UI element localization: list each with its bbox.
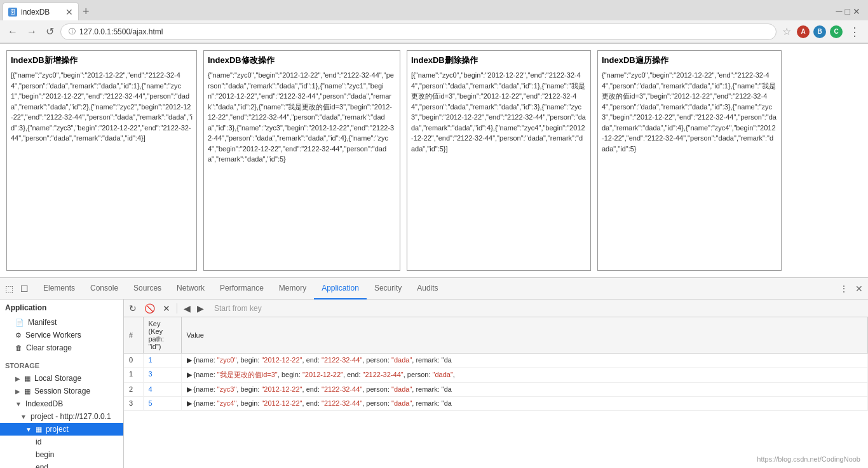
minimize-button[interactable]: ─ <box>836 6 843 17</box>
project-store-expand-icon: ▼ <box>25 426 32 433</box>
table-cell-key[interactable]: 3 <box>143 368 181 383</box>
maximize-button[interactable]: □ <box>845 6 850 17</box>
key-value: 4 <box>149 385 153 393</box>
address-bar[interactable]: ⓘ 127.0.0.1:5500/ajax.html <box>60 24 776 40</box>
tab-sources[interactable]: Sources <box>126 278 169 299</box>
sidebar-item-project-store[interactable]: ▼ ▦ project <box>0 423 123 436</box>
local-storage-expand-icon <box>15 375 20 382</box>
tab-close-button[interactable]: ✕ <box>65 8 73 17</box>
tab-application[interactable]: Application <box>314 278 367 299</box>
sidebar-item-clear-storage[interactable]: 🗑 Clear storage <box>0 341 123 354</box>
next-button[interactable]: ▶ <box>194 302 207 315</box>
prev-button[interactable]: ◀ <box>181 302 193 315</box>
clear-storage-icon: 🗑 <box>15 344 22 352</box>
address-text: 127.0.0.1:5500/ajax.html <box>79 27 768 36</box>
forward-button[interactable]: → <box>24 25 39 39</box>
sidebar-item-end[interactable]: end <box>0 461 123 468</box>
table-cell-key[interactable]: 5 <box>143 397 181 411</box>
tab-favicon: 🗄 <box>8 8 17 17</box>
tab-elements[interactable]: Elements <box>36 278 83 299</box>
table-cell-key[interactable]: 4 <box>143 383 181 397</box>
devtools-mobile-icon[interactable]: ☐ <box>18 282 31 295</box>
col-header-num: # <box>124 317 143 354</box>
indexdb-traverse-box: IndexDB遍历操作 {"name":"zyc0","begin":"2012… <box>597 50 782 271</box>
page-content: IndexDB新增操作 [{"name":"zyc0","begin":"201… <box>0 44 868 468</box>
col-header-key[interactable]: Key (Key path: "id") <box>143 317 181 354</box>
toolbar-separator <box>177 303 177 313</box>
project-store-grid-icon: ▦ <box>36 425 42 434</box>
reload-button[interactable]: ↺ <box>43 24 57 39</box>
delete-button[interactable]: 🚫 <box>142 302 158 315</box>
sidebar-section-header: Application <box>0 299 123 316</box>
session-storage-grid-icon: ▦ <box>24 387 31 396</box>
table-row[interactable]: 24▶ {name: "zyc3", begin: "2012-12-22", … <box>124 383 868 397</box>
indexdb-update-box: IndexDB修改操作 {"name":"zyc0","begin":"2012… <box>203 50 400 271</box>
browser-tab-active[interactable]: 🗄 indexDB ✕ <box>3 3 79 20</box>
refresh-button[interactable]: ↻ <box>126 302 139 315</box>
back-button[interactable]: ← <box>5 25 20 39</box>
sidebar-item-manifest[interactable]: 📄 Manifest <box>0 316 123 329</box>
key-value: 5 <box>149 399 153 407</box>
sidebar-item-local-storage[interactable]: ▦ Local Storage <box>0 372 123 385</box>
nav-bar: ← → ↺ ⓘ 127.0.0.1:5500/ajax.html ☆ A B C… <box>0 20 868 43</box>
browser-chrome: 🗄 indexDB ✕ + ─ □ ✕ ← → ↺ ⓘ 127.0.0.1:55… <box>0 0 868 44</box>
devtools-main: ↻ 🚫 ✕ ◀ ▶ Start from key # <box>124 299 868 468</box>
toolbar-nav: ◀ ▶ <box>181 302 207 315</box>
sidebar-item-service-workers[interactable]: ⚙ Service Workers <box>0 329 123 341</box>
table-cell-value: ▶ {name: "zyc0", begin: "2012-12-22", en… <box>181 354 868 368</box>
devtools-more-icon[interactable]: ⋮ <box>837 282 850 295</box>
devtools-toolbar: ↻ 🚫 ✕ ◀ ▶ Start from key <box>124 299 868 317</box>
insert-box-title: IndexDB新增操作 <box>11 55 193 66</box>
devtools-tab-bar: ⬚ ☐ Elements Console Sources Network Per… <box>0 278 868 299</box>
sidebar-item-id[interactable]: id <box>0 436 123 448</box>
devtools-panel: ⬚ ☐ Elements Console Sources Network Per… <box>0 277 868 468</box>
extension3-icon[interactable]: C <box>830 25 843 38</box>
delete-box-content: [{"name":"zyc0","begin":"2012-12-22","en… <box>411 70 587 154</box>
bookmark-icon[interactable]: ☆ <box>780 25 793 38</box>
sidebar-item-project-origin[interactable]: project - http://127.0.0.1 <box>0 410 123 423</box>
table-cell-num: 0 <box>124 354 143 368</box>
table-cell-value: ▶ {name: "我是更改的值id=3", begin: "2012-12-2… <box>181 368 868 383</box>
devtools-close-icons: ⋮ ✕ <box>837 282 865 295</box>
tab-console[interactable]: Console <box>83 278 126 299</box>
tab-bar: 🗄 indexDB ✕ + ─ □ ✕ <box>0 0 868 20</box>
table-row[interactable]: 35▶ {name: "zyc4", begin: "2012-12-22", … <box>124 397 868 411</box>
tab-memory[interactable]: Memory <box>271 278 314 299</box>
devtools-inspect-icon[interactable]: ⬚ <box>3 282 15 295</box>
extension1-icon[interactable]: A <box>797 25 810 38</box>
local-storage-grid-icon: ▦ <box>24 375 31 383</box>
tab-audits[interactable]: Audits <box>409 278 445 299</box>
extension2-icon[interactable]: B <box>813 25 826 38</box>
sidebar-storage-group: Storage <box>0 359 123 372</box>
menu-button[interactable]: ⋮ <box>846 24 863 40</box>
session-storage-expand-icon <box>15 388 20 395</box>
insert-box-content: [{"name":"zyc0","begin":"2012-12-22","en… <box>11 70 193 144</box>
new-tab-button[interactable]: + <box>83 5 90 18</box>
key-value: 3 <box>149 370 153 378</box>
db-table: # Key (Key path: "id") Value 01▶ {name: … <box>124 317 868 468</box>
table-cell-num: 2 <box>124 383 143 397</box>
key-value: 1 <box>149 356 153 364</box>
watermark: https://blog.csdn.net/CodingNoob <box>757 455 860 463</box>
devtools-sidebar: Application 📄 Manifest ⚙ Service Workers… <box>0 299 124 468</box>
sidebar-item-indexeddb[interactable]: IndexedDB <box>0 397 123 410</box>
close-button[interactable]: ✕ <box>853 6 860 17</box>
table-cell-key[interactable]: 1 <box>143 354 181 368</box>
traverse-box-title: IndexDB遍历操作 <box>602 55 777 66</box>
project-origin-expand-icon <box>20 413 27 420</box>
clear-button[interactable]: ✕ <box>160 302 173 315</box>
table-cell-value: ▶ {name: "zyc4", begin: "2012-12-22", en… <box>181 397 868 411</box>
table-row[interactable]: 01▶ {name: "zyc0", begin: "2012-12-22", … <box>124 354 868 368</box>
tab-performance[interactable]: Performance <box>212 278 271 299</box>
manifest-icon: 📄 <box>15 319 24 327</box>
table-row[interactable]: 13▶ {name: "我是更改的值id=3", begin: "2012-12… <box>124 368 868 383</box>
update-box-title: IndexDB修改操作 <box>208 55 396 66</box>
service-workers-icon: ⚙ <box>15 331 22 340</box>
sidebar-item-begin[interactable]: begin <box>0 448 123 461</box>
col-header-value[interactable]: Value <box>181 317 868 354</box>
tab-network[interactable]: Network <box>169 278 212 299</box>
sidebar-item-session-storage[interactable]: ▦ Session Storage <box>0 385 123 397</box>
devtools-close-icon[interactable]: ✕ <box>853 282 865 295</box>
lock-icon: ⓘ <box>69 27 76 36</box>
tab-security[interactable]: Security <box>367 278 409 299</box>
